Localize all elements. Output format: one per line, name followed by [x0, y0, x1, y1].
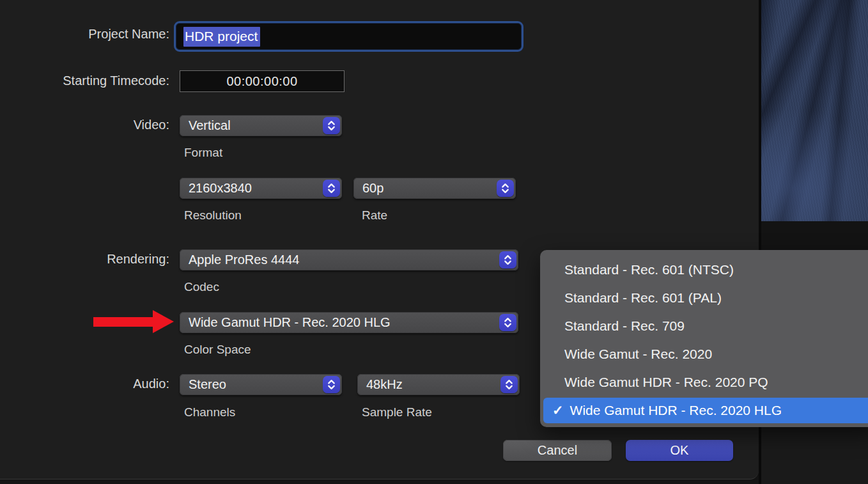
channels-dropdown[interactable]: Stereo — [180, 374, 342, 395]
menu-item-rec601-ntsc[interactable]: Standard - Rec. 601 (NTSC) — [540, 256, 868, 284]
starting-timecode-label: Starting Timecode: — [0, 74, 169, 88]
project-name-input[interactable]: HDR project — [178, 25, 520, 48]
menu-item-rec2020-hlg[interactable]: ✓ Wide Gamut HDR - Rec. 2020 HLG — [543, 398, 868, 423]
format-caption: Format — [184, 146, 222, 160]
video-label: Video: — [0, 118, 169, 132]
rendering-label: Rendering: — [0, 252, 169, 267]
resolution-value: 2160x3840 — [189, 181, 252, 196]
codec-dropdown[interactable]: Apple ProRes 4444 — [180, 249, 518, 270]
background-dark-bar — [761, 221, 868, 251]
rate-caption: Rate — [362, 208, 387, 222]
color-space-menu: Standard - Rec. 601 (NTSC) Standard - Re… — [540, 250, 868, 427]
chevron-up-down-icon — [499, 314, 516, 331]
checkmark-icon: ✓ — [552, 403, 564, 418]
bottom-background — [0, 480, 759, 484]
sample-rate-dropdown[interactable]: 48kHz — [357, 374, 520, 395]
format-value: Vertical — [189, 118, 231, 133]
selected-text: HDR project — [183, 27, 260, 47]
color-space-value: Wide Gamut HDR - Rec. 2020 HLG — [189, 315, 391, 330]
project-name-field[interactable]: HDR project — [174, 21, 523, 52]
resolution-dropdown[interactable]: 2160x3840 — [180, 178, 342, 199]
color-space-dropdown[interactable]: Wide Gamut HDR - Rec. 2020 HLG — [180, 312, 518, 333]
format-dropdown[interactable]: Vertical — [180, 115, 342, 136]
codec-caption: Codec — [184, 280, 219, 294]
color-space-caption: Color Space — [184, 343, 251, 357]
menu-item-rec2020[interactable]: Wide Gamut - Rec. 2020 — [540, 340, 868, 368]
chevron-up-down-icon — [499, 251, 516, 269]
red-arrow-icon — [93, 317, 153, 327]
chevron-up-down-icon — [500, 376, 518, 393]
chevron-up-down-icon — [497, 180, 514, 197]
channels-value: Stereo — [189, 377, 226, 392]
project-name-label: Project Name: — [0, 27, 169, 42]
menu-item-rec709[interactable]: Standard - Rec. 709 — [540, 312, 868, 340]
chevron-up-down-icon — [323, 180, 340, 197]
chevron-up-down-icon — [323, 117, 340, 134]
timecode-value: 00:00:00:00 — [226, 74, 297, 89]
menu-item-rec601-pal[interactable]: Standard - Rec. 601 (PAL) — [540, 284, 868, 312]
sample-rate-caption: Sample Rate — [362, 405, 432, 419]
background-video-image — [761, 0, 868, 221]
sample-rate-value: 48kHz — [366, 377, 403, 392]
codec-value: Apple ProRes 4444 — [189, 253, 299, 267]
rate-value: 60p — [362, 181, 384, 196]
resolution-caption: Resolution — [184, 208, 242, 222]
red-arrow-icon — [153, 310, 174, 333]
rate-dropdown[interactable]: 60p — [353, 178, 516, 199]
starting-timecode-field[interactable]: 00:00:00:00 — [180, 70, 345, 92]
cancel-button[interactable]: Cancel — [503, 440, 612, 461]
ok-button[interactable]: OK — [626, 440, 733, 461]
screen: Project Name: HDR project Starting Timec… — [0, 0, 868, 484]
channels-caption: Channels — [184, 405, 235, 419]
chevron-up-down-icon — [323, 376, 340, 393]
audio-label: Audio: — [0, 377, 169, 391]
menu-item-rec2020-pq[interactable]: Wide Gamut HDR - Rec. 2020 PQ — [540, 368, 868, 396]
